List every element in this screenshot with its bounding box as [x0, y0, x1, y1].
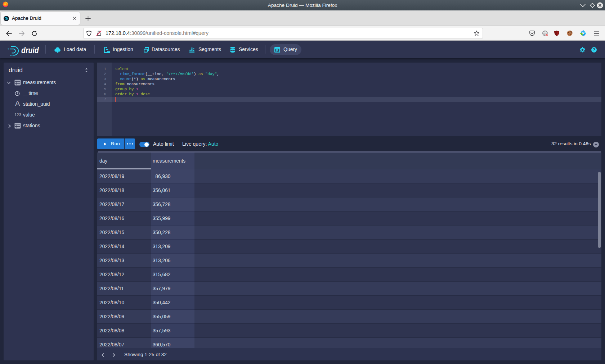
svg-text:?: ?: [593, 47, 595, 52]
